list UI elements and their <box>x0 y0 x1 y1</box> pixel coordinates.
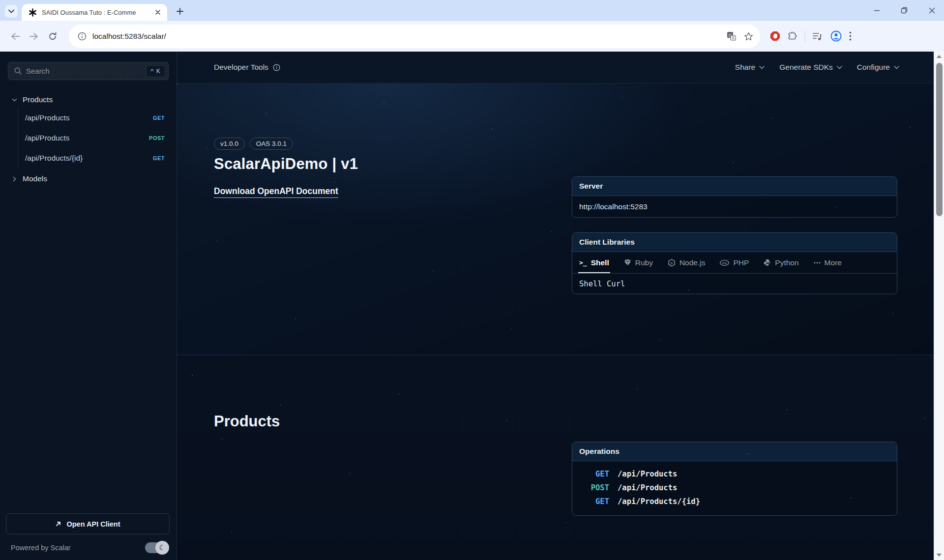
method-badge: GET <box>153 155 165 161</box>
operation-path: /api/Products <box>618 470 677 478</box>
extensions-puzzle-icon[interactable] <box>788 31 797 41</box>
method-badge: POST <box>149 135 165 141</box>
toolbar-separator <box>805 31 805 42</box>
nodejs-icon: js <box>668 259 676 267</box>
new-tab-button[interactable] <box>173 4 187 18</box>
operation-path: /api/Products/{id} <box>618 497 700 506</box>
scrollbar-thumb[interactable] <box>936 63 943 216</box>
operation-method: GET <box>572 497 609 506</box>
server-url[interactable]: http://localhost:5283 <box>572 196 897 217</box>
ruby-icon <box>624 259 631 266</box>
scroll-up-arrow[interactable] <box>934 53 944 60</box>
dark-mode-toggle[interactable]: ☾ <box>145 542 168 553</box>
section-title: Products <box>214 413 572 430</box>
method-badge: GET <box>153 115 165 121</box>
tab-python[interactable]: Python <box>764 252 798 273</box>
tab-more[interactable]: More <box>814 252 842 273</box>
server-card-title: Server <box>572 177 897 196</box>
version-badge: v1.0.0 <box>214 138 245 150</box>
share-label: Share <box>735 63 755 72</box>
terminal-icon: >_ <box>579 259 587 266</box>
operations-card-title: Operations <box>572 442 897 461</box>
forward-button[interactable] <box>26 28 42 45</box>
external-link-arrow-icon <box>55 521 61 527</box>
operation-row[interactable]: POST /api/Products <box>572 481 897 495</box>
bookmark-star-icon[interactable] <box>744 32 753 41</box>
api-title: ScalarApiDemo | v1 <box>214 155 572 173</box>
window-controls <box>871 4 937 17</box>
browser-tab[interactable]: SAIDI Oussama Tuto : E-Comme <box>22 4 167 21</box>
search-shortcut-badge: ^ K <box>146 65 165 77</box>
share-menu[interactable]: Share <box>735 63 765 72</box>
tab-close-icon[interactable] <box>153 8 162 17</box>
tab-title: SAIDI Oussama Tuto : E-Comme <box>42 9 153 16</box>
info-icon[interactable] <box>273 64 280 71</box>
client-libraries-card: Client Libraries >_ Shell Ruby js Node. <box>572 232 897 294</box>
translate-icon[interactable]: G <box>727 31 736 41</box>
configure-label: Configure <box>857 63 890 72</box>
configure-menu[interactable]: Configure <box>857 63 899 72</box>
open-api-client-label: Open API Client <box>66 520 120 528</box>
endpoint-path: /api/Products <box>25 113 69 122</box>
sidebar-item-get-products-id[interactable]: /api/Products/{id} GET <box>18 148 177 168</box>
search-icon <box>14 67 22 75</box>
sidebar: Search ^ K Products /api/Products GET /a… <box>0 52 177 560</box>
window-close-button[interactable] <box>926 5 937 16</box>
profile-avatar-icon[interactable] <box>830 30 842 42</box>
generate-sdks-label: Generate SDKs <box>779 63 833 72</box>
site-info-icon[interactable] <box>78 32 87 41</box>
tab-strip: SAIDI Oussama Tuto : E-Comme <box>0 0 944 21</box>
search-input[interactable]: Search ^ K <box>8 62 169 80</box>
browser-chrome: SAIDI Oussama Tuto : E-Comme <box>0 0 944 52</box>
tab-ruby[interactable]: Ruby <box>624 252 653 273</box>
back-button[interactable] <box>7 28 24 45</box>
developer-tools-label: Developer Tools <box>214 63 268 72</box>
powered-by-scalar-link[interactable]: Powered by Scalar <box>11 544 145 552</box>
shell-curl-label[interactable]: Shell Curl <box>572 274 897 294</box>
operation-row[interactable]: GET /api/Products/{id} <box>572 495 897 508</box>
media-controls-icon[interactable] <box>813 32 823 41</box>
reload-button[interactable] <box>44 28 61 45</box>
hero-section: v1.0.0 OAS 3.0.1 ScalarApiDemo | v1 Down… <box>177 84 934 355</box>
browser-menu-icon[interactable] <box>849 31 852 41</box>
extension-area <box>770 30 852 42</box>
client-library-tabs: >_ Shell Ruby js Node.js php <box>572 252 897 274</box>
operations-card: Operations GET /api/Products POST /api/P… <box>572 442 897 516</box>
operation-path: /api/Products <box>618 483 677 492</box>
tab-shell[interactable]: >_ Shell <box>579 252 609 273</box>
open-api-client-button[interactable]: Open API Client <box>6 513 170 534</box>
chevron-down-icon <box>759 66 765 69</box>
operation-method: POST <box>572 483 609 492</box>
sidebar-item-get-products[interactable]: /api/Products GET <box>18 108 177 128</box>
oas-badge: OAS 3.0.1 <box>250 138 293 150</box>
tab-search-button[interactable] <box>5 5 18 18</box>
generate-sdks-menu[interactable]: Generate SDKs <box>779 63 842 72</box>
sidebar-item-post-products[interactable]: /api/Products POST <box>18 128 177 148</box>
sidebar-group-label: Products <box>23 95 53 104</box>
address-bar[interactable]: localhost:5283/scalar/ G <box>69 25 760 48</box>
main-header: Developer Tools Share Generate SDKs Conf… <box>177 52 934 84</box>
page-scrollbar[interactable] <box>934 52 944 560</box>
sidebar-group-models[interactable]: Models <box>0 171 177 187</box>
python-icon <box>764 259 771 266</box>
main-content: Developer Tools Share Generate SDKs Conf… <box>177 52 934 560</box>
endpoint-path: /api/Products/{id} <box>25 154 83 163</box>
operation-row[interactable]: GET /api/Products <box>572 467 897 481</box>
products-section: Products Operations GET /api/Products PO… <box>177 355 934 560</box>
download-openapi-link[interactable]: Download OpenAPI Document <box>214 186 338 198</box>
scroll-down-arrow[interactable] <box>934 551 944 559</box>
ellipsis-icon <box>814 262 821 264</box>
client-libraries-title: Client Libraries <box>572 233 897 252</box>
sidebar-group-label: Models <box>23 174 47 183</box>
window-minimize-button[interactable] <box>871 5 882 16</box>
chevron-right-icon <box>12 176 17 181</box>
tab-php[interactable]: php PHP <box>720 252 749 273</box>
tab-nodejs[interactable]: js Node.js <box>668 252 706 273</box>
url-text[interactable]: localhost:5283/scalar/ <box>92 32 727 41</box>
php-icon: php <box>720 260 729 266</box>
window-restore-button[interactable] <box>899 5 910 16</box>
sidebar-group-products[interactable]: Products <box>0 92 177 108</box>
server-card: Server http://localhost:5283 <box>572 176 897 218</box>
chevron-down-icon <box>12 97 17 102</box>
adblock-extension-icon[interactable] <box>770 31 780 41</box>
